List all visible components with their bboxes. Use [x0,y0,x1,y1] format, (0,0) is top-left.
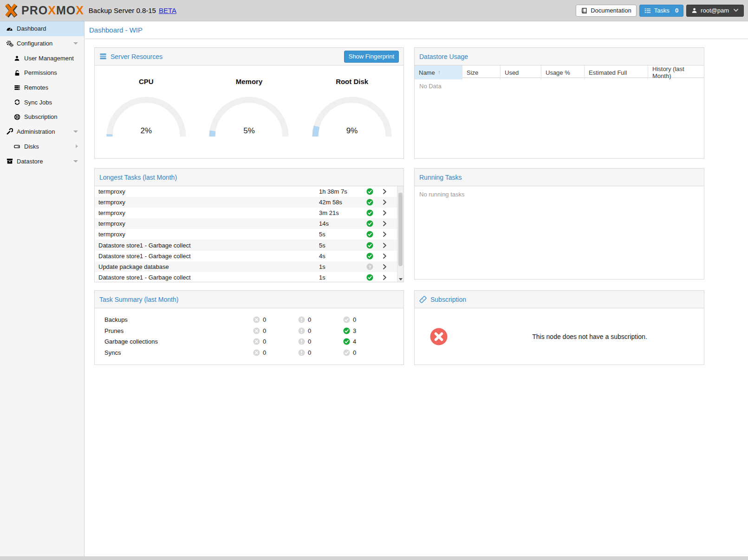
error-count: 0 [253,338,298,345]
subscription-panel: Subscription This node does not have a s… [414,290,704,365]
chevron-right-icon[interactable] [377,242,392,249]
sidebar-item-subscription[interactable]: Subscription [0,110,84,124]
chevron-right-icon[interactable] [377,188,392,195]
sidebar-item-datastore[interactable]: Datastore [0,154,84,169]
task-list-icon [644,7,651,14]
warning-circle-icon [298,316,305,323]
column-history[interactable]: History (last Month) [648,65,704,79]
show-fingerprint-button[interactable]: Show Fingerprint [344,51,399,63]
chevron-right-icon[interactable] [377,220,392,227]
unlock-icon [13,70,21,76]
gears-icon [6,40,13,47]
task-status-icon: ? [362,253,377,260]
error-count: 0 [253,349,298,356]
scrollbar-thumb[interactable] [398,193,403,266]
user-icon [691,7,697,13]
caret-down-icon [73,130,78,133]
ok-count: 0 [343,349,403,356]
task-status-icon: ? [362,209,377,216]
sidebar-item-user-management[interactable]: User Management [0,51,84,65]
sidebar-item-dashboard[interactable]: Dashboard [0,21,84,36]
dashboard-icon [6,26,13,32]
tasks-button[interactable]: Tasks 0 [639,5,683,17]
documentation-button[interactable]: Documentation [576,5,636,17]
chevron-right-icon[interactable] [377,274,392,281]
sidebar-item-sync-jobs[interactable]: Sync Jobs [0,95,84,110]
running-tasks-empty-text: No running tasks [415,186,704,202]
sort-ascending-icon: ↑ [438,69,441,76]
chevron-right-icon[interactable] [377,209,392,216]
book-icon [581,7,587,14]
scrollbar[interactable] [397,186,403,282]
chevron-right-icon[interactable] [377,199,392,206]
task-status-icon: ? [362,274,377,281]
server-resources-panel: Server Resources Show Fingerprint CPU 2%… [94,47,404,159]
caret-down-icon [73,160,78,163]
task-row[interactable]: termproxy 42m 58s ? [95,197,397,208]
cpu-value: 2% [105,126,187,136]
chevron-right-icon[interactable] [377,253,392,260]
task-row[interactable]: Datastore store1 - Garbage collect 1s ? [95,272,397,282]
task-row[interactable]: termproxy 3m 21s ? [95,208,397,218]
warning-count: 0 [298,349,343,356]
column-usage-pct[interactable]: Usage % [541,65,585,79]
brand-text: PROXMOX [21,4,84,17]
product-name: Backup Server 0.8-15 [89,7,156,14]
proxmox-logo: PROXMOX [4,4,84,18]
server-resources-icon [99,53,107,60]
user-menu-button[interactable]: root@pam [686,5,744,17]
memory-value: 5% [208,126,290,136]
datastore-empty-text: No Data [415,78,704,94]
error-circle-icon [253,338,260,345]
caret-right-icon [76,144,78,148]
column-name[interactable]: Name↑ [415,65,462,79]
tasks-count-badge: 0 [675,7,678,14]
task-row[interactable]: termproxy 1h 38m 7s ? [95,186,397,197]
ticket-icon [419,296,427,303]
check-circle-icon [343,338,350,345]
page-title: Dashboard - WIP [89,26,143,34]
task-status-icon: ? [362,242,377,249]
running-tasks-title: Running Tasks [419,174,462,181]
task-status-icon: ? [362,231,377,238]
task-row[interactable]: Update package database 1s ? [95,261,397,272]
beta-link[interactable]: BETA [159,7,176,14]
error-circle-icon [253,316,260,323]
no-subscription-icon [430,328,448,345]
task-row[interactable]: termproxy 5s ? [95,229,397,240]
ok-count: 4 [343,338,403,345]
check-circle-icon [343,327,350,334]
server-list-icon [13,85,21,91]
sidebar-item-configuration[interactable]: Configuration [0,36,84,51]
svg-text:?: ? [368,265,371,269]
sync-icon [13,99,21,105]
warning-circle-icon [298,327,305,334]
task-row[interactable]: Datastore store1 - Garbage collect 4s ? [95,251,397,261]
sidebar-item-permissions[interactable]: Permissions [0,65,84,80]
datastore-table-header: Name↑ Size Used Usage % Estimated Full H… [415,65,704,78]
chevron-right-icon[interactable] [377,263,392,270]
scrollbar-down-icon[interactable] [399,278,403,280]
sidebar-item-remotes[interactable]: Remotes [0,80,84,95]
summary-row-syncs: Syncs 0 0 0 [95,347,403,358]
column-estimated-full[interactable]: Estimated Full [585,65,648,79]
column-size[interactable]: Size [462,65,501,79]
main-content: Dashboard - WIP Server Resources Show Fi… [85,21,748,556]
task-row[interactable]: Datastore store1 - Garbage collect 5s ? [95,240,397,250]
root-disk-value: 9% [311,126,393,136]
ok-count: 3 [343,327,403,334]
summary-row-backups: Backups 0 0 0 [95,314,403,326]
error-count: 0 [253,316,298,323]
hdd-icon [13,143,21,150]
sidebar-item-administration[interactable]: Administration [0,124,84,139]
archive-icon [6,158,13,164]
check-circle-icon [343,316,350,323]
warning-count: 0 [298,338,343,345]
task-row[interactable]: termproxy 14s ? [95,218,397,229]
chevron-right-icon[interactable] [377,231,392,238]
datastore-usage-title: Datastore Usage [419,53,468,60]
sidebar-item-disks[interactable]: Disks [0,139,84,154]
task-status-icon: ? [362,263,377,270]
datastore-usage-panel: Datastore Usage Name↑ Size Used Usage % … [414,47,704,159]
column-used[interactable]: Used [501,65,541,79]
